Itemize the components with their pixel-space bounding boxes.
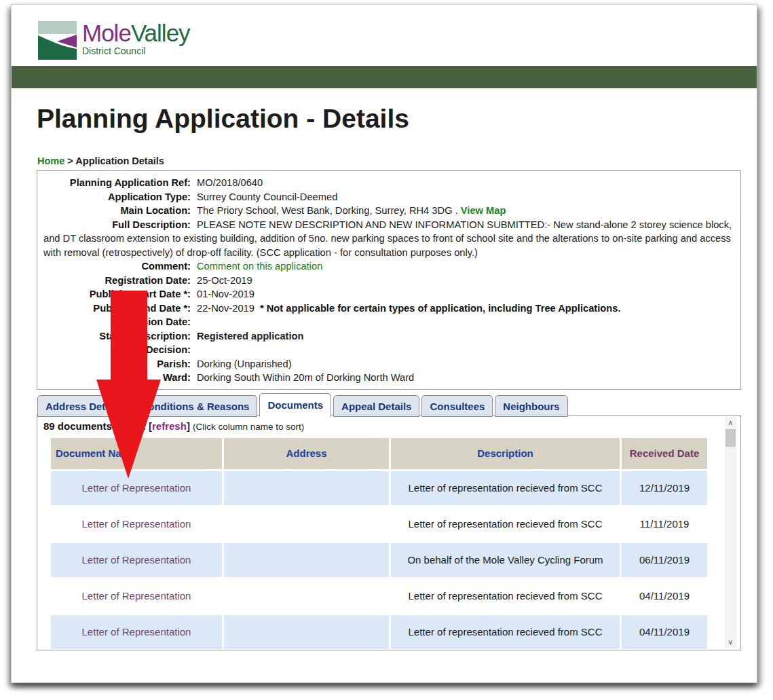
detail-value: 25-Oct-2019 (197, 275, 252, 286)
page-title: Planning Application - Details (37, 104, 409, 134)
detail-value: Dorking (Unparished) (197, 358, 292, 369)
document-name-cell: Letter of Representation (51, 579, 222, 613)
detail-value: 01-Nov-2019 (197, 289, 254, 299)
detail-label: Planning Application Ref: (43, 176, 197, 190)
detail-field: Application Type:Surrey County Council-D… (43, 190, 734, 204)
tab-address-details[interactable]: Address Details (37, 395, 130, 417)
description-cell: On behalf of the Mole Valley Cycling For… (391, 543, 620, 577)
detail-field: Planning Application Ref:MO/2018/0640 (43, 176, 734, 190)
detail-value: Registered application (197, 331, 304, 342)
table-row: Letter of RepresentationLetter of repres… (51, 507, 707, 541)
detail-field: Registration Date:25-Oct-2019 (43, 274, 734, 288)
detail-field: Main Location:The Priory School, West Ba… (43, 204, 734, 218)
detail-label: Main Location: (43, 204, 197, 218)
detail-value: The Priory School, West Bank, Dorking, S… (197, 205, 458, 216)
view-map-link[interactable]: View Map (458, 205, 506, 216)
detail-field: Publicity Start Date *:01-Nov-2019 (43, 287, 734, 301)
address-cell (224, 543, 389, 577)
table-row: Letter of RepresentationLetter of repres… (51, 471, 707, 505)
scrollbar-thumb[interactable] (725, 429, 736, 447)
received-date-cell: 04/11/2019 (622, 579, 707, 613)
column-header-received-date[interactable]: Received Date (622, 438, 707, 469)
refresh-link[interactable]: refresh (152, 420, 187, 432)
sort-hint: (Click column name to sort) (193, 422, 304, 432)
nav-bar (12, 66, 757, 88)
detail-field: Status Description:Registered applicatio… (43, 329, 734, 344)
document-link[interactable]: Letter of Representation (82, 590, 191, 602)
detail-label: Registration Date: (43, 274, 197, 288)
scrollbar-down-icon[interactable]: ∨ (725, 636, 736, 648)
detail-field: Decision: (43, 343, 734, 357)
council-logo-name: MoleValley (82, 21, 190, 45)
address-cell (224, 507, 389, 541)
breadcrumb: Home > Application Details (37, 155, 164, 166)
breadcrumb-current: Application Details (75, 155, 164, 166)
column-header-description[interactable]: Description (391, 438, 620, 469)
detail-value: 22-Nov-2019 (197, 303, 254, 314)
detail-value: Dorking South Within 20m of Dorking Nort… (197, 372, 414, 383)
documents-panel: 89 documents found. [refresh] (Click col… (37, 415, 741, 650)
document-name-cell: Letter of Representation (51, 471, 222, 505)
documents-table-header-row: Document NameAddressDescriptionReceived … (51, 438, 707, 469)
detail-label: Publicity End Date *: (43, 301, 197, 316)
detail-field: Parish:Dorking (Unparished) (43, 357, 734, 371)
documents-scrollbar[interactable]: ∧ ∨ (725, 417, 736, 648)
tab-appeal-details[interactable]: Appeal Details (333, 395, 419, 417)
council-logo-icon (38, 21, 77, 60)
description-cell: Letter of representation recieved from S… (391, 471, 620, 505)
documents-table: Document NameAddressDescriptionReceived … (49, 436, 709, 651)
table-row: Letter of RepresentationLetter of repres… (51, 615, 707, 649)
documents-count: 89 documents found. (43, 420, 146, 432)
tab-neighbours[interactable]: Neighbours (495, 395, 567, 417)
detail-label: Decision Date: (43, 315, 197, 329)
council-logo-subtitle: District Council (82, 46, 190, 56)
detail-label: Parish: (43, 357, 197, 371)
detail-note: * Not applicable for certain types of ap… (260, 303, 621, 314)
detail-label: Ward: (43, 371, 197, 385)
detail-field: Ward:Dorking South Within 20m of Dorking… (43, 371, 734, 385)
detail-label: Full Description: (43, 218, 197, 232)
breadcrumb-home-link[interactable]: Home (37, 155, 64, 166)
received-date-cell: 12/11/2019 (622, 471, 707, 505)
column-header-document-name[interactable]: Document Name (51, 438, 222, 469)
detail-field: Full Description:PLEASE NOTE NEW DESCRIP… (43, 218, 734, 260)
received-date-cell: 06/11/2019 (622, 543, 707, 577)
tab-documents[interactable]: Documents (259, 393, 331, 417)
breadcrumb-separator: > (64, 155, 75, 166)
detail-label: Publicity Start Date *: (43, 287, 197, 301)
comment-link[interactable]: Comment on this application (197, 261, 322, 272)
detail-label: Decision: (43, 343, 197, 357)
detail-value: MO/2018/0640 (197, 177, 263, 188)
detail-value: Surrey County Council-Deemed (197, 191, 337, 202)
table-row: Letter of RepresentationLetter of repres… (51, 579, 707, 613)
document-link[interactable]: Letter of Representation (82, 518, 191, 530)
tab-consultees[interactable]: Consultees (421, 395, 493, 417)
document-link[interactable]: Letter of Representation (82, 482, 191, 494)
details-fields: Planning Application Ref:MO/2018/0640App… (43, 176, 734, 385)
page-card: MoleValley District Council Planning App… (11, 4, 757, 683)
description-cell: Letter of representation recieved from S… (391, 507, 620, 541)
document-name-cell: Letter of Representation (51, 615, 222, 649)
received-date-cell: 11/11/2019 (622, 507, 707, 541)
documents-table-body: Letter of RepresentationLetter of repres… (51, 471, 707, 649)
description-cell: Letter of representation recieved from S… (391, 615, 620, 649)
address-cell (224, 579, 389, 613)
description-cell: Letter of representation recieved from S… (391, 579, 620, 613)
application-details-box: Planning Application Ref:MO/2018/0640App… (37, 170, 741, 390)
document-link[interactable]: Letter of Representation (82, 626, 191, 638)
column-header-address[interactable]: Address (224, 438, 389, 469)
documents-count-line: 89 documents found. [refresh] (Click col… (43, 420, 304, 432)
detail-field: Publicity End Date *:22-Nov-2019* Not ap… (43, 301, 734, 316)
address-cell (224, 615, 389, 649)
scrollbar-up-icon[interactable]: ∧ (725, 417, 736, 428)
detail-label: Application Type: (43, 190, 197, 204)
table-row: Letter of RepresentationOn behalf of the… (51, 543, 707, 577)
detail-label: Comment: (43, 259, 197, 274)
council-logo: MoleValley District Council (38, 21, 190, 60)
tab-bar: Address DetailsConditions & ReasonsDocum… (37, 392, 568, 417)
document-link[interactable]: Letter of Representation (82, 554, 191, 566)
tab-conditions-reasons[interactable]: Conditions & Reasons (132, 395, 257, 417)
received-date-cell: 04/11/2019 (622, 615, 707, 649)
detail-field: Decision Date: (43, 315, 734, 329)
detail-label: Status Description: (43, 329, 197, 344)
